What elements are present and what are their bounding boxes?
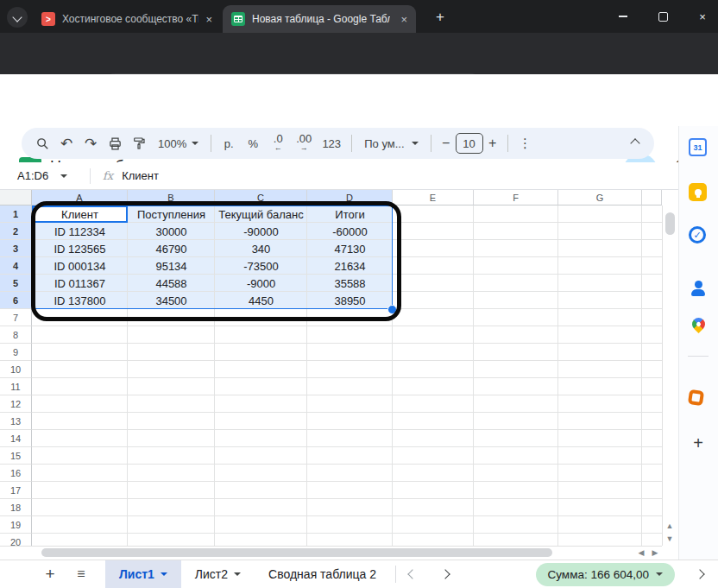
column-header-B[interactable]: B	[128, 190, 215, 205]
increase-decimal-button[interactable]: .00→	[291, 134, 317, 153]
row-header-5[interactable]: 5	[0, 275, 32, 292]
select-all-corner[interactable]	[0, 190, 32, 205]
maps-icon[interactable]	[689, 314, 708, 333]
row-header-4[interactable]: 4	[0, 257, 32, 275]
tasks-icon[interactable]: ✓	[689, 226, 706, 243]
column-header-D[interactable]: D	[307, 190, 393, 205]
row-header-19[interactable]: 19	[0, 516, 32, 534]
formula-input[interactable]: Клиент	[122, 169, 159, 182]
row-header-15[interactable]: 15	[0, 447, 32, 465]
calendar-icon[interactable]: 31	[689, 138, 707, 156]
new-tab-button[interactable]: +	[431, 9, 449, 26]
sheet-tab-pivot[interactable]: Сводная таблица 2	[255, 560, 390, 588]
browser-tab-inactive[interactable]: > Хостинговое сообщество «Tim ×	[33, 5, 221, 33]
row-header-9[interactable]: 9	[0, 344, 32, 361]
tab-title: Новая таблица - Google Табли	[252, 13, 390, 25]
arrow-left-icon: ←	[274, 143, 282, 153]
gridline	[32, 481, 662, 482]
decrease-decimal-button[interactable]: .0←	[265, 134, 291, 153]
zoom-select[interactable]: 100%	[151, 137, 205, 150]
scroll-down-arrow[interactable]: ▼	[664, 534, 676, 544]
paint-format-button[interactable]	[127, 131, 151, 155]
font-select[interactable]: По ум...	[357, 137, 425, 150]
row-header-7[interactable]: 7	[0, 309, 32, 326]
gridline	[32, 326, 662, 326]
scroll-tabs-left-button[interactable]	[401, 563, 424, 585]
row-header-14[interactable]: 14	[0, 430, 32, 447]
sum-value: Сумма: 166 604,00	[548, 568, 650, 581]
column-header-F[interactable]: F	[474, 190, 558, 205]
add-sheet-button[interactable]: +	[38, 562, 62, 586]
chevron-down-icon	[234, 572, 241, 576]
all-sheets-menu-icon[interactable]: ≡	[69, 562, 93, 586]
column-header-C[interactable]: C	[215, 190, 307, 205]
row-header-20[interactable]: 20	[0, 534, 32, 546]
row-header-3[interactable]: 3	[0, 240, 32, 257]
redo-button[interactable]: ↷	[79, 131, 103, 155]
row-header-2[interactable]: 2	[0, 223, 32, 240]
gridline	[32, 446, 662, 447]
column-header-G[interactable]: G	[558, 190, 642, 205]
more-toolbar-kebab-icon[interactable]: ⋮	[513, 131, 538, 155]
vertical-scrollbar-thumb[interactable]	[665, 212, 675, 235]
column-header-E[interactable]: E	[393, 190, 474, 205]
chevron-down-icon	[161, 572, 167, 576]
row-header-17[interactable]: 17	[0, 482, 32, 499]
name-box[interactable]: A1:D6	[0, 169, 83, 182]
horizontal-scrollbar-thumb[interactable]	[41, 548, 552, 557]
gridline	[32, 343, 662, 344]
increase-font-size-button[interactable]: +	[483, 131, 502, 155]
more-formats-button[interactable]: 123	[317, 131, 346, 155]
window-maximize-button[interactable]	[656, 9, 670, 23]
sheets-toolbar: ↶ ↷ 100% р. % .0← .00→ 123 По ум... − 10…	[22, 128, 654, 159]
close-tab-icon[interactable]: ×	[205, 13, 212, 26]
google-side-panel: 31 ✓ +	[678, 126, 718, 560]
scroll-tabs-right-button[interactable]	[434, 563, 457, 585]
selection-fill-handle[interactable]	[387, 305, 397, 314]
row-header-6[interactable]: 6	[0, 292, 32, 309]
divider	[395, 566, 396, 583]
decrease-font-size-button[interactable]: −	[437, 131, 456, 155]
row-header-1[interactable]: 1	[0, 205, 32, 223]
scroll-up-arrow[interactable]: ▲	[664, 521, 676, 531]
search-icon[interactable]	[30, 131, 54, 155]
arrow-right-icon: →	[300, 143, 308, 153]
contacts-icon[interactable]	[689, 275, 708, 294]
print-button[interactable]	[103, 131, 127, 155]
toolbar-divider	[507, 135, 508, 152]
tab-search-button[interactable]	[7, 7, 28, 28]
column-header-A[interactable]: A	[32, 190, 128, 205]
sum-chip[interactable]: Сумма: 166 604,00	[536, 563, 676, 586]
font-size-input[interactable]: 10	[456, 133, 483, 154]
window-close-button[interactable]: ×	[696, 9, 709, 23]
window-minimize-button[interactable]	[616, 9, 630, 23]
column-header-partial[interactable]	[642, 190, 662, 205]
browser-tab-active[interactable]: Новая таблица - Google Табли ×	[223, 5, 416, 33]
expand-side-panel-button[interactable]	[689, 563, 711, 585]
gridline	[32, 395, 662, 395]
keep-icon[interactable]	[689, 183, 707, 201]
undo-button[interactable]: ↶	[54, 131, 79, 155]
row-header-16[interactable]: 16	[0, 465, 32, 482]
close-tab-icon[interactable]: ×	[400, 13, 407, 26]
currency-format-button[interactable]: р.	[217, 131, 241, 155]
add-panel-app-icon[interactable]: +	[689, 433, 708, 452]
row-header-12[interactable]: 12	[0, 395, 32, 413]
vertical-scrollbar[interactable]	[662, 205, 678, 546]
sheet-tab-label: Лист2	[195, 567, 228, 581]
row-header-10[interactable]: 10	[0, 361, 32, 378]
formula-bar: A1:D6 fx Клиент	[0, 162, 678, 190]
gridline	[32, 429, 662, 430]
row-header-13[interactable]: 13	[0, 413, 32, 430]
scroll-left-arrow[interactable]: ◀	[635, 547, 647, 558]
collapse-toolbar-button[interactable]	[632, 140, 639, 147]
addon-icon[interactable]	[688, 389, 704, 406]
sheet-tab-list1[interactable]: Лист1	[105, 560, 181, 588]
row-header-8[interactable]: 8	[0, 326, 32, 344]
percent-format-button[interactable]: %	[241, 131, 265, 155]
sheet-tab-list2[interactable]: Лист2	[181, 560, 255, 588]
scroll-right-arrow[interactable]: ▶	[649, 547, 661, 558]
row-header-18[interactable]: 18	[0, 499, 32, 516]
row-header-11[interactable]: 11	[0, 378, 32, 395]
gridline	[32, 377, 662, 378]
